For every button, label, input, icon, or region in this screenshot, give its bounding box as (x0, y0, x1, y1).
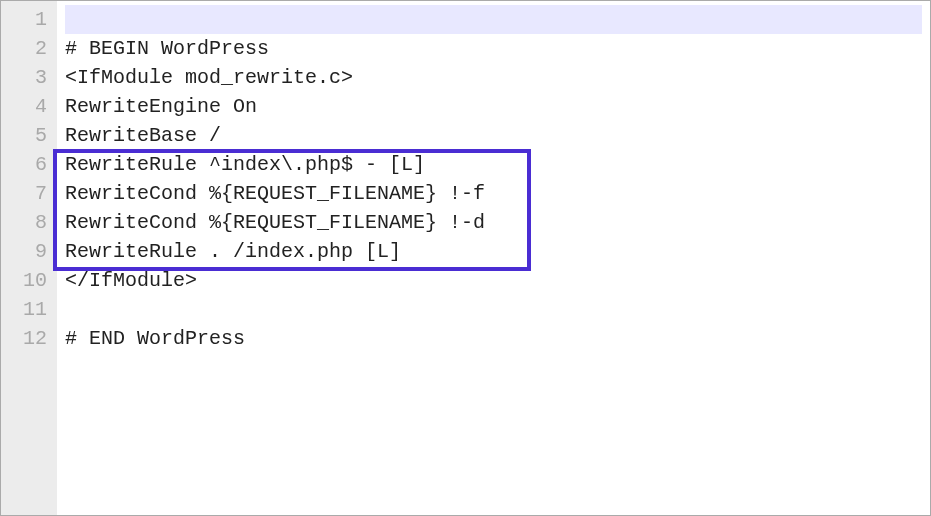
code-line[interactable]: RewriteEngine On (65, 92, 922, 121)
line-number: 3 (5, 63, 47, 92)
line-number: 7 (5, 179, 47, 208)
line-number: 12 (5, 324, 47, 353)
line-number: 2 (5, 34, 47, 63)
code-line[interactable]: RewriteRule ^index\.php$ - [L] (65, 150, 922, 179)
line-number: 11 (5, 295, 47, 324)
code-line[interactable]: # END WordPress (65, 324, 922, 353)
code-line[interactable] (65, 5, 922, 34)
line-number: 5 (5, 121, 47, 150)
code-area[interactable]: # BEGIN WordPress <IfModule mod_rewrite.… (57, 1, 930, 515)
line-number: 4 (5, 92, 47, 121)
code-line[interactable]: </IfModule> (65, 266, 922, 295)
code-line[interactable]: # BEGIN WordPress (65, 34, 922, 63)
code-editor[interactable]: 1 2 3 4 5 6 7 8 9 10 11 12 # BEGIN WordP… (1, 1, 930, 515)
code-line[interactable]: RewriteRule . /index.php [L] (65, 237, 922, 266)
line-number: 10 (5, 266, 47, 295)
line-number: 6 (5, 150, 47, 179)
line-number: 8 (5, 208, 47, 237)
code-line[interactable]: RewriteCond %{REQUEST_FILENAME} !-f (65, 179, 922, 208)
code-line[interactable] (65, 295, 922, 324)
code-line[interactable]: RewriteBase / (65, 121, 922, 150)
line-number: 1 (5, 5, 47, 34)
code-line[interactable]: RewriteCond %{REQUEST_FILENAME} !-d (65, 208, 922, 237)
code-line[interactable]: <IfModule mod_rewrite.c> (65, 63, 922, 92)
line-number: 9 (5, 237, 47, 266)
line-number-gutter: 1 2 3 4 5 6 7 8 9 10 11 12 (1, 1, 57, 515)
